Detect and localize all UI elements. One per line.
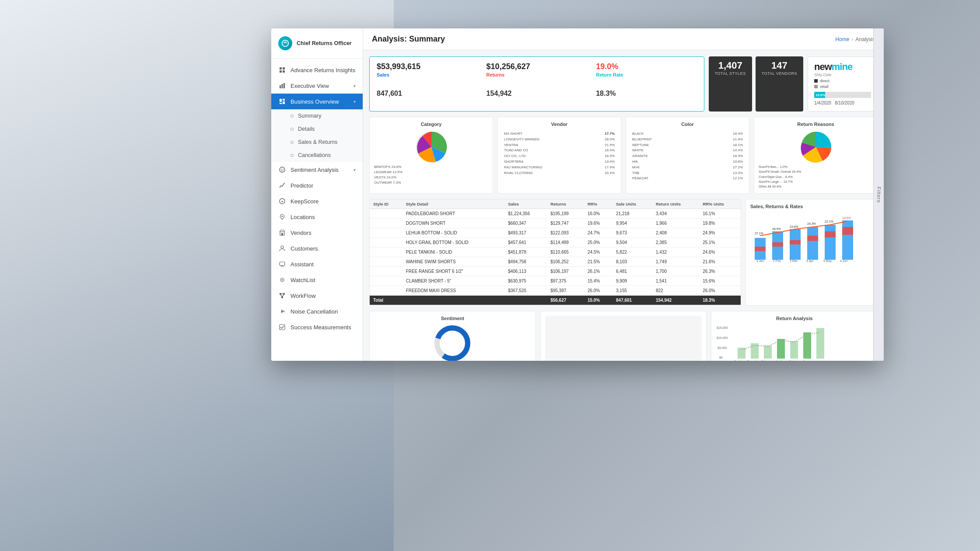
svg-rect-40 (825, 225, 836, 260)
breadcrumb-separator: › (851, 36, 853, 42)
return-rate-sub-value: 18.3% (596, 90, 697, 98)
color-chart-title: Color (630, 122, 745, 127)
table-row[interactable]: PADDLEBOARD SHORT$1,224,356$195,19916.0%… (370, 209, 741, 219)
sidebar-item-watchlist[interactable]: WatchList (271, 272, 363, 288)
sidebar-item-details[interactable]: Details (271, 122, 363, 136)
retail-dot (814, 85, 818, 88)
table-row[interactable]: FREE RANGE SHORT 6 1/2"$406,113$106,1972… (370, 267, 741, 276)
sidebar-item-advance-returns[interactable]: Advance Returns Insights (271, 62, 363, 78)
svg-text:$10,000: $10,000 (717, 336, 728, 339)
svg-text:2 Feb: 2 Feb (773, 259, 781, 262)
sidebar-label: Customers (290, 245, 318, 252)
sidebar-item-business-overview[interactable]: Business Overview ▾ (271, 94, 363, 109)
breadcrumb-home[interactable]: Home (835, 36, 849, 42)
dot-icon (290, 128, 294, 131)
filter-panel[interactable]: Filters (873, 50, 884, 361)
sidebar-item-keepscore[interactable]: ★ KeepScore (271, 193, 363, 209)
table-row[interactable]: HOLY GRAIL BOTTOM - SOLID$457,641$114,48… (370, 238, 741, 248)
kpi-units: 847,601 (377, 90, 478, 106)
newmine-logo: newmine (814, 61, 871, 73)
svg-text:April: April (776, 360, 781, 361)
chevron-icon: ▾ (354, 84, 356, 88)
svg-line-32 (284, 311, 284, 312)
svg-text:28.5%: 28.5% (772, 227, 781, 230)
svg-point-18 (282, 216, 283, 217)
sidebar-item-sales-returns[interactable]: Sales & Returns (271, 136, 363, 149)
srs-chart: 1 Jan 2 Feb 3 Mar 4 Apr 5 May 4 Jun 27.1… (750, 212, 873, 264)
sidebar-item-summary[interactable]: Summary (271, 109, 363, 122)
col-sale-units: Sale Units (612, 199, 652, 209)
svg-rect-7 (284, 83, 285, 88)
sentiment-title: Sentiment (374, 316, 531, 321)
sidebar-item-assistant[interactable]: Assistant (271, 256, 363, 272)
sidebar-item-sentiment[interactable]: Sentiment Analysis ▾ (271, 162, 363, 178)
sidebar-label: KeepScore (290, 198, 318, 205)
sub-label: Details (298, 126, 315, 132)
logo-icon (278, 36, 292, 50)
sidebar-nav: Advance Returns Insights Executive View … (271, 59, 363, 361)
sidebar-item-workflow[interactable]: WorkFlow (271, 288, 363, 303)
table-row[interactable]: FREEDOM MAXI DRESS$367,520$95,38726.0%3,… (370, 286, 741, 296)
srs-title: Sales, Returns & Rates (750, 204, 873, 209)
svg-text:3 Mar: 3 Mar (790, 259, 798, 262)
sub-nav-business: Summary Details Sales & Returns Cancella… (271, 109, 363, 162)
kpi-row: $53,993,615 Sales $10,256,627 Returns 19… (369, 56, 878, 112)
sidebar-item-cancellations[interactable]: Cancellations (271, 149, 363, 162)
sidebar-item-locations[interactable]: Locations (271, 209, 363, 225)
sub-label: Sales & Returns (298, 139, 337, 145)
svg-rect-46 (825, 231, 836, 237)
return-reasons-card: Return Reasons Size/Fit Ban... 1.0% (754, 117, 878, 194)
direct-item: direct (814, 79, 871, 83)
vendor-icon (278, 229, 286, 237)
sentiment-donut (374, 324, 531, 361)
sidebar-item-vendors[interactable]: Vendors (271, 225, 363, 241)
table-row[interactable]: LEHUA BOTTOM - SOLID$493,317$122,09324.7… (370, 228, 741, 238)
sidebar-item-noise-cancellation[interactable]: Noise Cancellation (271, 303, 363, 319)
sidebar-item-success-measurements[interactable]: Success Measurements (271, 319, 363, 335)
svg-text:February: February (761, 360, 772, 361)
page-title: Analysis: Summary (372, 35, 445, 44)
sidebar-label: Vendors (290, 230, 312, 236)
kpi-logo-area: newmine Ship Date direct retail (808, 56, 878, 112)
sidebar-label: Business Overview (290, 98, 339, 105)
svg-rect-27 (281, 296, 283, 298)
retail-item: retail (814, 84, 871, 89)
color-chart-card: Color BLACK18.4% BLUEPRINT21.4% NEPTUNE1… (626, 117, 749, 194)
table-row[interactable]: WAHINE SWIM SHORTS$494,758$106,25221.5%8… (370, 257, 741, 267)
dot-icon (290, 141, 294, 144)
svg-point-14 (283, 169, 284, 170)
chevron-icon: ▾ (354, 99, 356, 104)
svg-rect-39 (807, 227, 818, 260)
retail-label: retail (820, 84, 829, 89)
svg-rect-6 (282, 84, 283, 88)
returns-value: $10,256,627 (486, 62, 588, 71)
kpi-return-rate: 19.0% Return Rate (596, 62, 697, 86)
sidebar-item-predictor[interactable]: Predictor (271, 178, 363, 193)
svg-rect-25 (280, 293, 281, 295)
main-content: Analysis: Summary Home › Analysis $53,99… (363, 28, 884, 361)
vendor-chart-card: Vendor MS SHORT17.7% LONGEVITY BRANDS28.… (497, 117, 621, 194)
sidebar-item-customers[interactable]: Customers (271, 241, 363, 256)
table-total-row: Total$56,62715.0%847,601154,94218.3% (370, 296, 741, 305)
col-style-id: Style ID (370, 199, 402, 209)
bottom-row: Sentiment Return Analysis (369, 311, 878, 361)
table-row[interactable]: CLAMBER SHORT - 5"$630,975$97,37515.4%9,… (370, 276, 741, 286)
return-rate-value: 19.0% (596, 62, 697, 71)
return-units-value: 154,942 (486, 90, 588, 98)
table-row[interactable]: PELE TANKINI - SOLID$451,878$110,66524.5… (370, 248, 741, 257)
kpi-return-units: 154,942 (486, 90, 588, 106)
svg-point-21 (281, 246, 284, 248)
middle-bottom-card (540, 311, 707, 361)
kpi-main-card: $53,993,615 Sales $10,256,627 Returns 19… (369, 56, 704, 112)
svg-rect-8 (280, 99, 282, 102)
returns-label: Returns (486, 72, 588, 77)
svg-text:5 May: 5 May (823, 259, 832, 263)
topbar: Analysis: Summary Home › Analysis (363, 28, 884, 50)
svg-rect-42 (755, 247, 766, 251)
sidebar-item-executive-view[interactable]: Executive View ▾ (271, 78, 363, 94)
svg-rect-66 (738, 348, 746, 359)
table-row[interactable]: DOGTOWN SHORT$660,347$129,74719.6%9,9541… (370, 219, 741, 228)
svg-rect-20 (281, 233, 283, 235)
sidebar-label: Advance Returns Insights (290, 67, 355, 73)
col-sales: Sales (504, 199, 547, 209)
